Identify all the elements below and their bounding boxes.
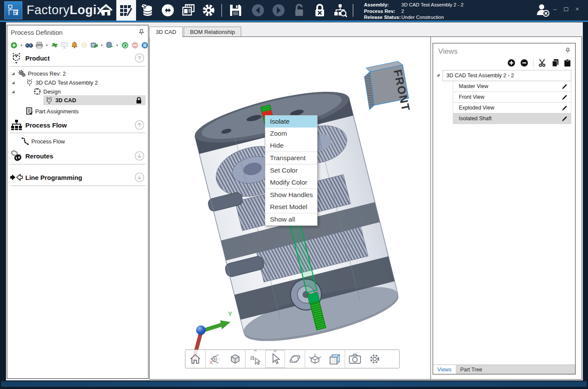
close-button[interactable]: ×	[573, 5, 582, 12]
lock-button[interactable]	[310, 0, 330, 21]
select-tool-button[interactable]	[265, 350, 285, 368]
section-line-programming[interactable]: Line Programming	[7, 170, 148, 184]
menu-item-isolate[interactable]: Isolate	[265, 115, 317, 128]
explode-view-button[interactable]	[305, 350, 325, 368]
database-tools-button[interactable]	[106, 41, 113, 49]
start-button[interactable]	[121, 41, 129, 49]
forward-button[interactable]	[269, 0, 288, 21]
tab-views[interactable]: Views	[433, 365, 456, 374]
edit-pencil-icon[interactable]	[561, 83, 568, 90]
tab-bom-relationship[interactable]: BOM Relationship	[184, 27, 242, 37]
navigate-button[interactable]	[158, 0, 178, 21]
view-row-master[interactable]: Master View	[453, 81, 571, 92]
menu-item-transparent[interactable]: Transparent	[265, 152, 317, 164]
pin-icon[interactable]	[566, 48, 570, 53]
process-rev-label: Process Rev:	[364, 8, 401, 15]
stop-button[interactable]	[131, 41, 139, 49]
menu-item-reset-model[interactable]: Reset Model	[265, 201, 317, 213]
presentation-button[interactable]	[61, 41, 68, 49]
remove-view-button[interactable]	[520, 59, 528, 67]
collapse-up-icon[interactable]	[134, 53, 145, 63]
tree-item-process-flow[interactable]: Process Flow	[19, 136, 65, 146]
views-root-label: 3D CAD Test Assembly 2 - 2	[446, 73, 514, 79]
menu-item-modify-color[interactable]: Modify Color	[265, 176, 317, 188]
unlock-button[interactable]	[289, 0, 309, 21]
paste-view-button[interactable]	[564, 59, 571, 67]
tree-item-process-rev[interactable]: ◢ Process Rev: 2	[12, 69, 66, 78]
back-button[interactable]	[248, 0, 268, 21]
toolbar-separator-1	[221, 4, 222, 17]
collapse-down-icon[interactable]	[134, 151, 145, 161]
edit-pencil-icon[interactable]	[561, 94, 568, 100]
menu-item-zoom[interactable]: Zoom	[265, 128, 317, 140]
section-product[interactable]: Product	[7, 51, 148, 65]
edit-pencil-icon[interactable]	[561, 115, 568, 122]
forward-arrow-icon	[272, 3, 285, 17]
view-row-isolated-shaft[interactable]: Isolated Shaft	[453, 113, 571, 124]
context-menu: Isolate Zoom Hide Transparent Set Color …	[265, 115, 318, 226]
export-dropdown[interactable]: ▾	[100, 41, 103, 49]
collapse-up-icon[interactable]	[134, 120, 145, 130]
view-row-exploded[interactable]: Exploded View	[453, 103, 571, 113]
design-icon	[33, 88, 41, 95]
add-button[interactable]	[10, 41, 18, 49]
materials-button[interactable]	[137, 0, 157, 21]
menu-item-show-handles[interactable]: Show Handles	[265, 189, 317, 201]
section-view-button[interactable]	[325, 350, 345, 368]
section-process-flow[interactable]: Process Flow	[7, 118, 148, 132]
expander-icon[interactable]: ◢	[12, 80, 17, 85]
menu-item-show-all[interactable]: Show all	[265, 213, 317, 225]
line-programming-icon	[10, 173, 23, 182]
view-row-front[interactable]: Front View	[453, 92, 571, 103]
menu-item-set-color[interactable]: Set Color	[265, 164, 317, 176]
minimize-button[interactable]: –	[550, 5, 560, 12]
tree-label: Design	[43, 88, 61, 95]
save-button[interactable]	[226, 0, 246, 21]
shaded-view-button[interactable]	[225, 350, 245, 368]
print-dropdown[interactable]: ▾	[45, 41, 48, 49]
tree-item-assembly[interactable]: ◢ 3D CAD Test Assembly 2	[12, 78, 98, 87]
expander-icon[interactable]: ◢	[12, 71, 17, 76]
settings-button[interactable]	[199, 0, 218, 21]
orbit-tool-button[interactable]	[285, 350, 305, 368]
copy-view-button[interactable]	[552, 59, 559, 67]
views-root-expander[interactable]: ◢	[436, 73, 439, 77]
save-icon	[229, 4, 242, 17]
process-definition-button[interactable]	[116, 0, 136, 21]
edit-pencil-icon[interactable]	[561, 105, 568, 111]
tree-item-design[interactable]: ◢ Design	[12, 87, 61, 96]
view-settings-button[interactable]	[365, 350, 385, 368]
add-dropdown[interactable]: ▾	[20, 41, 23, 49]
maximize-button[interactable]	[561, 5, 571, 12]
view-cube[interactable]: FRONT	[364, 61, 412, 113]
cut-view-button[interactable]	[538, 59, 547, 67]
label-select-button[interactable]: a	[246, 350, 265, 368]
documents-button[interactable]	[179, 0, 198, 21]
tab-part-tree[interactable]: Part Tree	[456, 365, 486, 374]
tree-item-3d-cad-selected[interactable]: 3D CAD	[43, 95, 145, 105]
snapshot-button[interactable]	[345, 350, 365, 368]
sync-button[interactable]	[51, 41, 58, 49]
tree-item-part-assignments[interactable]: Part Assignments	[12, 107, 79, 115]
gears-icon	[18, 70, 26, 77]
assembly-label: Assembly:	[364, 2, 401, 8]
section-reroutes[interactable]: Reroutes	[7, 149, 148, 163]
collapse-down-icon[interactable]	[134, 172, 145, 182]
where-used-button[interactable]	[330, 0, 350, 21]
home-button[interactable]	[96, 0, 116, 21]
print-button[interactable]	[35, 41, 43, 49]
export-button[interactable]	[90, 41, 98, 49]
views-root-node[interactable]: 3D CAD Test Assembly 2 - 2	[443, 70, 571, 81]
view-home-button[interactable]	[185, 350, 205, 368]
menu-item-hide[interactable]: Hide	[265, 140, 317, 152]
notification-button[interactable]	[70, 41, 78, 49]
pause-button[interactable]	[141, 41, 149, 49]
expander-icon[interactable]: ◢	[12, 89, 17, 94]
tab-3d-cad[interactable]: 3D CAD	[149, 27, 183, 37]
pin-icon[interactable]	[139, 29, 144, 35]
add-view-button[interactable]	[507, 59, 515, 67]
database-dropdown[interactable]: ▾	[115, 41, 119, 49]
view-direction-button[interactable]	[206, 350, 225, 368]
find-button[interactable]	[25, 41, 33, 49]
process-settings-button[interactable]	[80, 41, 88, 49]
